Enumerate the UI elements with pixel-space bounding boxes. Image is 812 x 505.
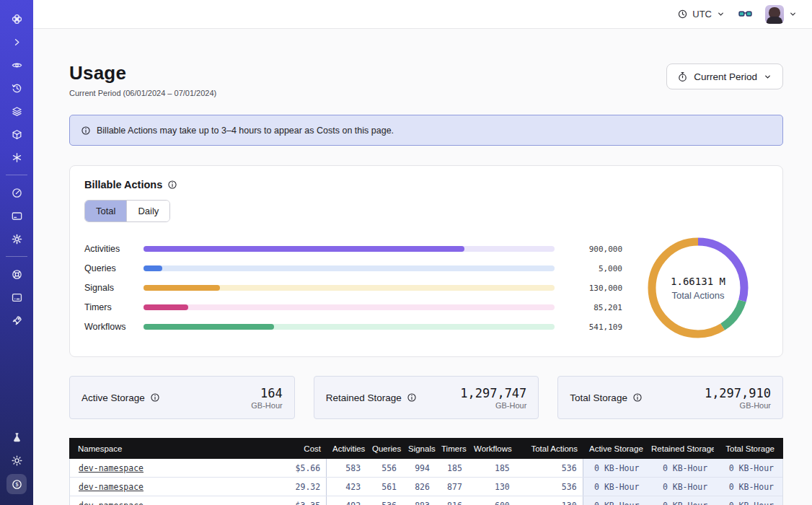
bar-fill <box>144 265 162 271</box>
table-row: dev-namespace29.324235618268771305360 KB… <box>70 478 782 496</box>
table-body: dev-namespace$5.665835569941851855360 KB… <box>69 459 783 505</box>
bar-fill <box>144 324 274 330</box>
flask-icon <box>11 431 23 444</box>
app-window: $ UTC <box>0 0 812 505</box>
info-banner: Billable Actions may take up to 3–4 hour… <box>69 115 783 146</box>
glasses-button[interactable] <box>738 9 752 19</box>
namespace-link[interactable]: dev-namespace <box>79 463 144 473</box>
sidebar-divider <box>6 175 27 175</box>
table-cell: 536 <box>366 496 402 505</box>
storage-card-label: Retained Storage <box>326 392 402 403</box>
timezone-selector[interactable]: UTC <box>677 9 725 19</box>
lifebuoy-icon <box>11 268 23 281</box>
info-icon[interactable] <box>407 392 417 403</box>
info-icon <box>81 126 91 136</box>
info-icon[interactable] <box>632 392 643 403</box>
column-header-workflows: Workflows <box>468 444 516 453</box>
sidebar-item-eye[interactable] <box>6 56 27 74</box>
sidebar-item-layers[interactable] <box>6 102 27 120</box>
column-header-signals: Signals <box>402 444 436 453</box>
storage-summary-row: Active Storage164GB-HourRetained Storage… <box>69 376 783 419</box>
storage-card-total-storage: Total Storage1,297,910GB-Hour <box>557 376 783 419</box>
column-header-activities: Activities <box>327 444 366 453</box>
bar-row-timers: Timers85,201 <box>84 298 622 317</box>
tab-total[interactable]: Total <box>85 201 126 221</box>
table-cell: 0 KB-Hour <box>713 496 782 505</box>
bar-label: Workflows <box>84 322 144 332</box>
table-header-row: NamespaceCostActivitiesQueriesSignalsTim… <box>69 438 783 459</box>
tab-daily[interactable]: Daily <box>126 201 169 221</box>
account-menu[interactable] <box>765 5 798 24</box>
table-cell: 185 <box>436 459 468 477</box>
table-cell: 826 <box>402 478 436 496</box>
sidebar-item-usage[interactable]: $ <box>6 474 27 494</box>
sidebar-item-chevron-right[interactable] <box>6 32 27 51</box>
sidebar-item-flask[interactable] <box>6 428 27 447</box>
bar-fill <box>144 304 188 310</box>
namespace-link[interactable]: dev-namespace <box>79 501 144 505</box>
column-header-namespace: Namespace <box>69 444 257 453</box>
sidebar-item-asterisk[interactable] <box>6 148 27 167</box>
sidebar-item-monitor[interactable] <box>6 288 27 307</box>
history-clock-icon <box>11 82 23 95</box>
bar-label: Signals <box>84 283 144 293</box>
storage-card-value: 164 <box>251 386 282 400</box>
storage-card-active-storage: Active Storage164GB-Hour <box>69 376 295 419</box>
info-icon[interactable] <box>150 392 160 403</box>
table-cell: 0 KB-Hour <box>583 478 645 496</box>
gear-icon <box>11 233 23 245</box>
storage-card-value: 1,297,910 <box>705 386 771 400</box>
sidebar-item-history[interactable] <box>6 79 27 97</box>
bar-value: 130,000 <box>570 284 622 293</box>
sidebar-item-rocket[interactable] <box>6 311 27 330</box>
cube-icon <box>11 128 23 141</box>
table-cell: 883 <box>402 496 436 505</box>
rocket-icon <box>11 315 23 327</box>
namespace-usage-table: NamespaceCostActivitiesQueriesSignalsTim… <box>69 438 783 505</box>
namespace-cell: dev-namespace <box>70 459 257 477</box>
table-cell: 0 KB-Hour <box>583 459 645 477</box>
sidebar-item-credit-card[interactable] <box>6 206 27 225</box>
sidebar-item-temporal-logo[interactable] <box>6 9 27 28</box>
info-icon[interactable] <box>167 180 177 190</box>
column-header-timers: Timers <box>436 444 468 453</box>
sun-icon <box>11 454 23 467</box>
namespace-link[interactable]: dev-namespace <box>79 482 144 492</box>
bar-label: Activities <box>84 244 144 254</box>
bar-row-queries: Queries5,000 <box>84 259 622 278</box>
table-row: dev-namespace$3.354925368838166001300 KB… <box>70 496 782 505</box>
billable-actions-bar-chart: Activities900,000Queries5,000Signals130,… <box>84 240 622 337</box>
sidebar-item-gauge[interactable] <box>6 183 27 202</box>
temporal-logo <box>11 13 23 25</box>
chevron-right-icon <box>11 36 23 48</box>
namespace-cell: dev-namespace <box>70 478 257 496</box>
table-cell: 423 <box>327 478 366 496</box>
column-header-retained-storage: Retained Storage <box>645 444 714 453</box>
sidebar: $ <box>0 0 33 505</box>
period-button-label: Current Period <box>694 71 757 82</box>
table-cell: 583 <box>327 459 366 477</box>
stopwatch-icon <box>677 71 688 82</box>
billable-actions-card: Billable Actions Total Daily Activities9… <box>69 165 783 357</box>
table-cell: 556 <box>366 459 402 477</box>
table-cell: 130 <box>516 496 583 505</box>
bar-row-workflows: Workflows541,109 <box>84 317 622 337</box>
sidebar-item-sun[interactable] <box>6 451 27 470</box>
layers-icon <box>11 105 23 118</box>
sidebar-item-cube[interactable] <box>6 125 27 144</box>
eye-icon <box>11 59 23 71</box>
bar-track <box>144 324 555 330</box>
table-cell: $3.35 <box>257 496 327 505</box>
timezone-label: UTC <box>692 9 712 19</box>
page-title: Usage <box>69 62 216 84</box>
period-selector-button[interactable]: Current Period <box>666 63 783 89</box>
sidebar-item-lifebuoy[interactable] <box>6 265 27 284</box>
sidebar-item-gear[interactable] <box>6 229 27 248</box>
bar-track <box>144 285 555 291</box>
bar-value: 85,201 <box>570 303 622 312</box>
bar-value: 900,000 <box>570 245 622 254</box>
content: Usage Current Period (06/01/2024 – 07/01… <box>33 29 812 505</box>
gauge-icon <box>11 187 23 199</box>
glasses-icon <box>738 9 752 19</box>
table-cell: 0 KB-Hour <box>645 459 713 477</box>
